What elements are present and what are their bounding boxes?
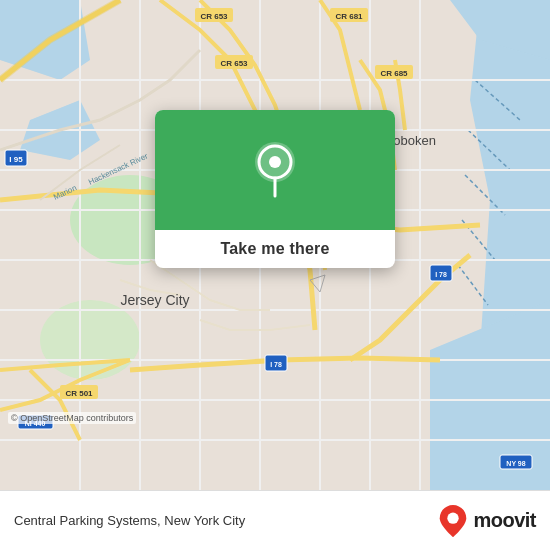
svg-text:CR 653: CR 653 [220, 59, 248, 68]
svg-text:CR 685: CR 685 [380, 69, 408, 78]
svg-text:I 78: I 78 [435, 271, 447, 278]
map-container: I 95 CR 653 CR 681 CR 653 CR 685 Hoboken… [0, 0, 550, 490]
svg-point-51 [269, 156, 281, 168]
location-title: Central Parking Systems, New York City [14, 513, 245, 528]
moovit-logo: moovit [437, 503, 536, 539]
bottom-bar: Central Parking Systems, New York City m… [0, 490, 550, 550]
svg-text:CR 501: CR 501 [65, 389, 93, 398]
svg-text:CR 681: CR 681 [335, 12, 363, 21]
svg-text:I 78: I 78 [270, 361, 282, 368]
location-info: Central Parking Systems, New York City [14, 513, 245, 528]
svg-point-6 [40, 300, 140, 380]
popup-button-area[interactable]: Take me there [155, 230, 395, 268]
svg-text:I 95: I 95 [9, 155, 23, 164]
svg-text:NY 98: NY 98 [506, 460, 525, 467]
popup-green-area [155, 110, 395, 230]
svg-text:CR 653: CR 653 [200, 12, 228, 21]
svg-line-4 [458, 265, 488, 305]
popup-card: Take me there [155, 110, 395, 268]
copyright-text: © OpenStreetMap contributors [8, 412, 136, 424]
location-pin-icon [250, 140, 300, 200]
svg-text:Jersey City: Jersey City [120, 292, 189, 308]
take-me-there-button[interactable]: Take me there [220, 240, 329, 258]
svg-point-52 [448, 512, 459, 523]
moovit-brand-text: moovit [473, 509, 536, 532]
moovit-pin-icon [437, 503, 469, 539]
svg-text:Marion: Marion [52, 183, 78, 201]
